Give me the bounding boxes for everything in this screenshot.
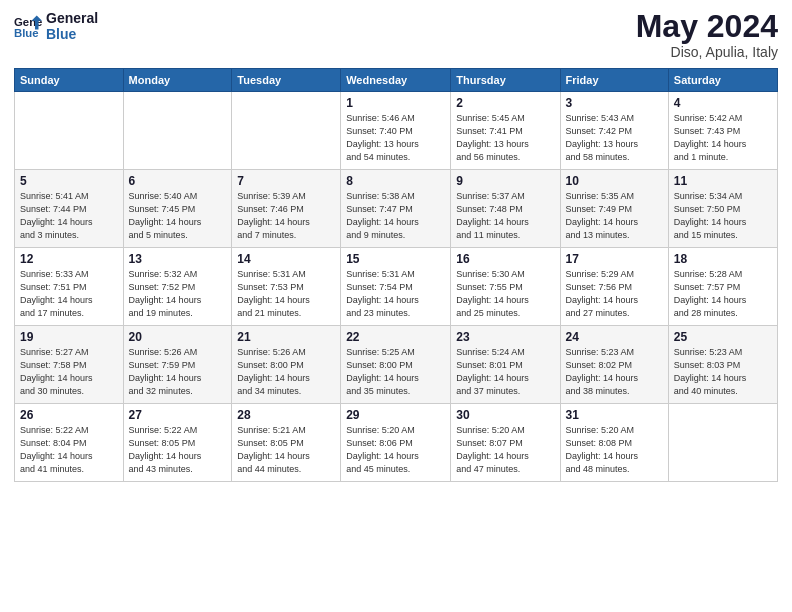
calendar-cell: 14Sunrise: 5:31 AM Sunset: 7:53 PM Dayli… [232, 248, 341, 326]
cell-info: Sunrise: 5:31 AM Sunset: 7:54 PM Dayligh… [346, 268, 445, 320]
calendar-cell: 6Sunrise: 5:40 AM Sunset: 7:45 PM Daylig… [123, 170, 232, 248]
calendar-table: SundayMondayTuesdayWednesdayThursdayFrid… [14, 68, 778, 482]
logo: General Blue General Blue [14, 10, 98, 42]
cell-info: Sunrise: 5:24 AM Sunset: 8:01 PM Dayligh… [456, 346, 554, 398]
title-block: May 2024 Diso, Apulia, Italy [636, 10, 778, 60]
cell-info: Sunrise: 5:21 AM Sunset: 8:05 PM Dayligh… [237, 424, 335, 476]
svg-text:Blue: Blue [14, 27, 39, 39]
cell-info: Sunrise: 5:45 AM Sunset: 7:41 PM Dayligh… [456, 112, 554, 164]
day-number: 3 [566, 96, 663, 110]
cell-info: Sunrise: 5:32 AM Sunset: 7:52 PM Dayligh… [129, 268, 227, 320]
calendar-cell: 3Sunrise: 5:43 AM Sunset: 7:42 PM Daylig… [560, 92, 668, 170]
day-number: 15 [346, 252, 445, 266]
calendar-cell: 4Sunrise: 5:42 AM Sunset: 7:43 PM Daylig… [668, 92, 777, 170]
day-number: 17 [566, 252, 663, 266]
calendar-week-row: 26Sunrise: 5:22 AM Sunset: 8:04 PM Dayli… [15, 404, 778, 482]
calendar-cell: 21Sunrise: 5:26 AM Sunset: 8:00 PM Dayli… [232, 326, 341, 404]
day-number: 10 [566, 174, 663, 188]
calendar-cell: 11Sunrise: 5:34 AM Sunset: 7:50 PM Dayli… [668, 170, 777, 248]
calendar-week-row: 12Sunrise: 5:33 AM Sunset: 7:51 PM Dayli… [15, 248, 778, 326]
calendar-cell: 5Sunrise: 5:41 AM Sunset: 7:44 PM Daylig… [15, 170, 124, 248]
day-of-week-header: Friday [560, 69, 668, 92]
day-of-week-header: Tuesday [232, 69, 341, 92]
calendar-cell: 27Sunrise: 5:22 AM Sunset: 8:05 PM Dayli… [123, 404, 232, 482]
day-number: 23 [456, 330, 554, 344]
calendar-week-row: 19Sunrise: 5:27 AM Sunset: 7:58 PM Dayli… [15, 326, 778, 404]
cell-info: Sunrise: 5:22 AM Sunset: 8:04 PM Dayligh… [20, 424, 118, 476]
calendar-cell: 30Sunrise: 5:20 AM Sunset: 8:07 PM Dayli… [451, 404, 560, 482]
day-number: 20 [129, 330, 227, 344]
calendar-cell [232, 92, 341, 170]
calendar-cell: 17Sunrise: 5:29 AM Sunset: 7:56 PM Dayli… [560, 248, 668, 326]
cell-info: Sunrise: 5:28 AM Sunset: 7:57 PM Dayligh… [674, 268, 772, 320]
day-number: 18 [674, 252, 772, 266]
cell-info: Sunrise: 5:26 AM Sunset: 8:00 PM Dayligh… [237, 346, 335, 398]
day-number: 22 [346, 330, 445, 344]
calendar-cell: 25Sunrise: 5:23 AM Sunset: 8:03 PM Dayli… [668, 326, 777, 404]
calendar-cell: 15Sunrise: 5:31 AM Sunset: 7:54 PM Dayli… [341, 248, 451, 326]
cell-info: Sunrise: 5:20 AM Sunset: 8:08 PM Dayligh… [566, 424, 663, 476]
day-number: 28 [237, 408, 335, 422]
calendar-cell: 18Sunrise: 5:28 AM Sunset: 7:57 PM Dayli… [668, 248, 777, 326]
calendar-cell: 24Sunrise: 5:23 AM Sunset: 8:02 PM Dayli… [560, 326, 668, 404]
day-of-week-header: Sunday [15, 69, 124, 92]
calendar-cell: 22Sunrise: 5:25 AM Sunset: 8:00 PM Dayli… [341, 326, 451, 404]
day-number: 6 [129, 174, 227, 188]
cell-info: Sunrise: 5:30 AM Sunset: 7:55 PM Dayligh… [456, 268, 554, 320]
calendar-header-row: SundayMondayTuesdayWednesdayThursdayFrid… [15, 69, 778, 92]
cell-info: Sunrise: 5:33 AM Sunset: 7:51 PM Dayligh… [20, 268, 118, 320]
cell-info: Sunrise: 5:37 AM Sunset: 7:48 PM Dayligh… [456, 190, 554, 242]
calendar-cell: 19Sunrise: 5:27 AM Sunset: 7:58 PM Dayli… [15, 326, 124, 404]
day-of-week-header: Wednesday [341, 69, 451, 92]
calendar-cell: 26Sunrise: 5:22 AM Sunset: 8:04 PM Dayli… [15, 404, 124, 482]
day-number: 11 [674, 174, 772, 188]
calendar-cell: 28Sunrise: 5:21 AM Sunset: 8:05 PM Dayli… [232, 404, 341, 482]
calendar-cell [123, 92, 232, 170]
calendar-cell: 20Sunrise: 5:26 AM Sunset: 7:59 PM Dayli… [123, 326, 232, 404]
cell-info: Sunrise: 5:26 AM Sunset: 7:59 PM Dayligh… [129, 346, 227, 398]
cell-info: Sunrise: 5:38 AM Sunset: 7:47 PM Dayligh… [346, 190, 445, 242]
day-number: 9 [456, 174, 554, 188]
calendar-cell: 23Sunrise: 5:24 AM Sunset: 8:01 PM Dayli… [451, 326, 560, 404]
cell-info: Sunrise: 5:25 AM Sunset: 8:00 PM Dayligh… [346, 346, 445, 398]
cell-info: Sunrise: 5:39 AM Sunset: 7:46 PM Dayligh… [237, 190, 335, 242]
calendar-cell: 31Sunrise: 5:20 AM Sunset: 8:08 PM Dayli… [560, 404, 668, 482]
calendar-cell: 9Sunrise: 5:37 AM Sunset: 7:48 PM Daylig… [451, 170, 560, 248]
cell-info: Sunrise: 5:46 AM Sunset: 7:40 PM Dayligh… [346, 112, 445, 164]
day-number: 26 [20, 408, 118, 422]
calendar-cell: 12Sunrise: 5:33 AM Sunset: 7:51 PM Dayli… [15, 248, 124, 326]
calendar-cell: 1Sunrise: 5:46 AM Sunset: 7:40 PM Daylig… [341, 92, 451, 170]
day-number: 4 [674, 96, 772, 110]
logo-icon: General Blue [14, 12, 42, 40]
day-number: 30 [456, 408, 554, 422]
day-number: 12 [20, 252, 118, 266]
location: Diso, Apulia, Italy [636, 44, 778, 60]
month-year: May 2024 [636, 10, 778, 42]
day-of-week-header: Saturday [668, 69, 777, 92]
day-number: 21 [237, 330, 335, 344]
cell-info: Sunrise: 5:35 AM Sunset: 7:49 PM Dayligh… [566, 190, 663, 242]
day-number: 27 [129, 408, 227, 422]
day-number: 5 [20, 174, 118, 188]
calendar-cell: 2Sunrise: 5:45 AM Sunset: 7:41 PM Daylig… [451, 92, 560, 170]
calendar-cell: 13Sunrise: 5:32 AM Sunset: 7:52 PM Dayli… [123, 248, 232, 326]
calendar-week-row: 1Sunrise: 5:46 AM Sunset: 7:40 PM Daylig… [15, 92, 778, 170]
calendar-week-row: 5Sunrise: 5:41 AM Sunset: 7:44 PM Daylig… [15, 170, 778, 248]
calendar-cell: 8Sunrise: 5:38 AM Sunset: 7:47 PM Daylig… [341, 170, 451, 248]
cell-info: Sunrise: 5:22 AM Sunset: 8:05 PM Dayligh… [129, 424, 227, 476]
cell-info: Sunrise: 5:43 AM Sunset: 7:42 PM Dayligh… [566, 112, 663, 164]
cell-info: Sunrise: 5:23 AM Sunset: 8:02 PM Dayligh… [566, 346, 663, 398]
day-number: 13 [129, 252, 227, 266]
cell-info: Sunrise: 5:42 AM Sunset: 7:43 PM Dayligh… [674, 112, 772, 164]
cell-info: Sunrise: 5:27 AM Sunset: 7:58 PM Dayligh… [20, 346, 118, 398]
day-of-week-header: Thursday [451, 69, 560, 92]
cell-info: Sunrise: 5:23 AM Sunset: 8:03 PM Dayligh… [674, 346, 772, 398]
day-number: 24 [566, 330, 663, 344]
cell-info: Sunrise: 5:41 AM Sunset: 7:44 PM Dayligh… [20, 190, 118, 242]
day-of-week-header: Monday [123, 69, 232, 92]
calendar-cell: 29Sunrise: 5:20 AM Sunset: 8:06 PM Dayli… [341, 404, 451, 482]
day-number: 2 [456, 96, 554, 110]
day-number: 31 [566, 408, 663, 422]
day-number: 7 [237, 174, 335, 188]
day-number: 14 [237, 252, 335, 266]
